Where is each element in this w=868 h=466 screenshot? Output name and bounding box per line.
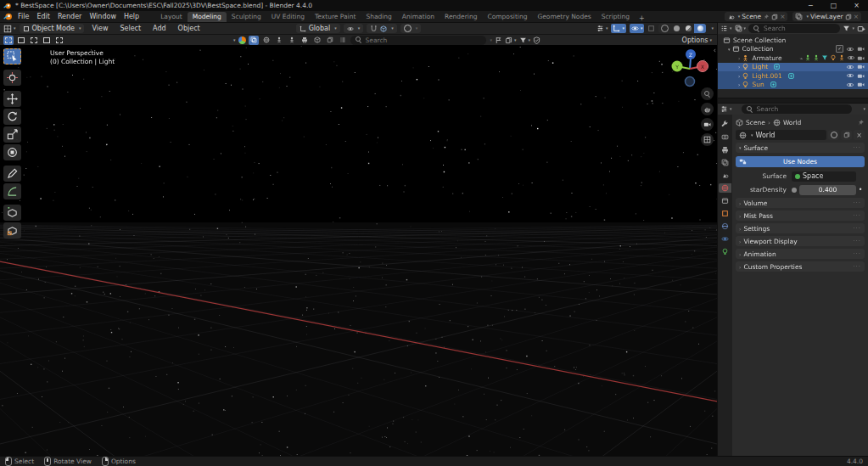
remove-view-layer-icon[interactable]: × [854,13,859,20]
outliner-row-scene-collection[interactable]: Scene Collection [718,36,868,45]
mist-pass-panel-header[interactable]: › Mist Pass ··· [736,211,865,221]
tool-search-box[interactable] [350,36,486,45]
pan-button[interactable] [701,103,714,115]
select-mode-subtract-button[interactable] [29,36,39,45]
expand-icon[interactable]: › [738,55,740,61]
drag-dots-icon[interactable]: ··· [853,225,861,232]
maximize-button[interactable]: □ [822,0,845,11]
tab-layout[interactable]: Layout [155,12,188,22]
surface-panel-header[interactable]: ▾ Surface ··· [736,143,865,153]
armature-filter-icon[interactable] [287,36,297,45]
new-collection-icon[interactable] [857,25,865,33]
tab-scene[interactable] [719,171,731,180]
tab-output[interactable] [719,145,731,154]
select-mode-set-button[interactable] [3,36,14,45]
drag-dots-icon[interactable]: ··· [853,212,861,219]
collection-checkbox[interactable]: ✓ [836,45,843,53]
tool-interactive-add[interactable] [3,222,21,239]
outliner-row-armature[interactable]: › Armature ⌁ [718,53,868,63]
chevron-down-icon[interactable]: ▾ [863,107,865,111]
camera-view-button[interactable] [701,118,714,131]
tab-view-layer[interactable] [719,158,731,167]
display-mode-ball-icon[interactable] [238,36,246,44]
unlink-scene-icon[interactable]: × [780,13,785,20]
tab-tool[interactable] [719,120,731,129]
shading-material-button[interactable] [682,24,694,33]
list-filter-icon[interactable] [338,36,348,45]
tab-geometry-nodes[interactable]: Geometry Nodes [532,12,596,22]
sidebar-toggle-icon[interactable]: ‹ [714,47,716,54]
tool-select-box[interactable] [3,48,21,65]
menu-object[interactable]: Object [178,25,200,32]
viewport-display-panel-header[interactable]: › Viewport Display ··· [736,236,865,246]
pin-icon[interactable] [857,119,865,126]
tab-shading[interactable]: Shading [361,12,396,22]
hide-eye-icon[interactable] [847,53,855,62]
tab-scripting[interactable]: Scripting [596,12,635,22]
pivot-point-dropdown[interactable]: ▾ [344,24,364,33]
shading-wireframe-button[interactable] [658,24,670,33]
tab-object[interactable] [719,209,731,218]
hide-eye-icon[interactable] [846,63,854,71]
outliner-row-collection[interactable]: ▾ Collection ✓ [718,45,868,54]
tool-search-input[interactable] [366,36,481,44]
tab-world[interactable] [719,183,731,193]
object-filter-icon[interactable] [274,36,284,45]
object-visibility-dropdown[interactable]: ▾ [596,25,608,32]
marker-flag-icon[interactable] [495,36,502,44]
shading-solid-button[interactable] [670,24,682,33]
tab-collection[interactable] [719,196,731,205]
outliner-row-sun[interactable]: › Sun [718,81,868,90]
use-nodes-button[interactable]: Use Nodes [736,156,865,167]
close-button[interactable]: × [845,0,868,11]
blender-menu-icon[interactable] [3,12,13,21]
duplicate-id-button[interactable] [841,130,852,140]
tab-sculpting[interactable]: Sculpting [227,12,266,22]
properties-search-box[interactable] [742,104,853,114]
breadcrumb-scene[interactable]: Scene [746,119,765,126]
outliner-id-filter-dropdown[interactable]: ▾ [735,25,747,32]
mode-selector[interactable]: Object Mode ▾ [20,24,85,33]
select-mode-intersect-button[interactable] [54,36,64,45]
output-filter-icon[interactable] [300,36,310,45]
hide-eye-icon[interactable] [846,45,854,53]
custom-properties-panel-header[interactable]: › Custom Properties ··· [736,261,865,272]
drag-dots-icon[interactable]: ··· [853,199,861,206]
tab-render[interactable] [719,132,731,142]
animate-dot-icon[interactable]: • [856,186,865,194]
editor-divider[interactable] [718,98,868,104]
expand-icon[interactable]: ▾ [728,47,731,52]
shading-rendered-button[interactable] [694,24,706,33]
scene-selector[interactable]: ▾ Scene × [725,12,788,21]
menu-window[interactable]: Window [89,13,116,20]
viewport-3d[interactable]: User Perspective (0) Collection | Light [0,45,717,456]
editor-type-button[interactable]: ▾ [3,25,16,33]
outliner-filter-dropdown[interactable]: ▾ [843,25,854,32]
tool-rotate[interactable] [3,109,21,125]
tab-modeling[interactable]: Modeling [188,12,227,22]
menu-edit[interactable]: Edit [36,13,50,20]
expand-icon[interactable]: › [738,64,740,70]
outliner-search-box[interactable] [748,24,840,33]
viewport-canvas[interactable] [0,45,717,456]
new-scene-icon[interactable] [771,14,778,20]
transform-orientation-dropdown[interactable]: Global ▾ [296,24,340,33]
minimize-button[interactable]: ─ [799,0,822,11]
unlink-id-button[interactable]: × [854,130,865,140]
properties-editor-type-button[interactable]: ▾ [720,105,732,113]
drag-dots-icon[interactable]: ··· [853,250,861,257]
settings-panel-header[interactable]: › Settings ··· [736,223,865,233]
expand-icon[interactable]: › [738,73,740,79]
render-camera-icon[interactable] [857,45,865,53]
world-id-field[interactable]: ▾ World [736,130,826,140]
drag-dots-icon[interactable]: ··· [853,144,861,151]
menu-select[interactable]: Select [120,25,141,32]
render-camera-icon[interactable] [857,63,865,70]
tab-physics[interactable] [719,234,731,244]
view-layer-selector[interactable]: ▾ ViewLayer × [792,12,861,21]
shield-check-icon[interactable] [533,36,540,44]
menu-render[interactable]: Render [58,13,81,20]
star-density-slider[interactable]: 0.400 [799,185,856,195]
clipboard-filter-icon[interactable] [325,36,335,45]
perspective-toggle-button[interactable] [701,133,714,146]
